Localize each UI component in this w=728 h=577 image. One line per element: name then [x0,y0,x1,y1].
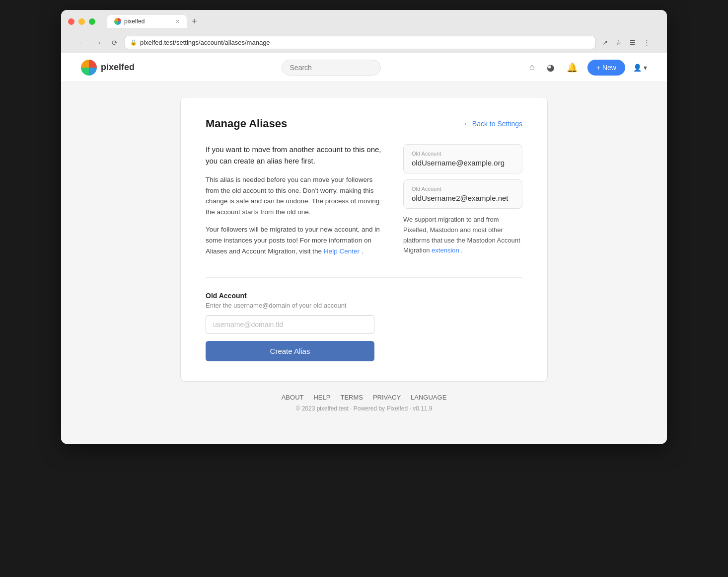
footer-privacy-link[interactable]: PRIVACY [373,394,401,401]
share-icon[interactable]: ↗ [599,37,611,48]
alias-label-1: Old Account [412,151,514,157]
form-hint: Enter the username@domain of your old ac… [206,302,522,309]
page-title: Manage Aliases [206,117,287,130]
right-column: Old Account oldUsername@example.org Old … [403,144,522,263]
form-section: Old Account Enter the username@domain of… [206,292,522,361]
footer-links: ABOUT HELP TERMS PRIVACY LANGUAGE [282,394,447,401]
active-tab[interactable]: pixelfed ✕ [107,15,187,28]
menu-icon[interactable]: ⋮ [641,37,653,48]
extension-link[interactable]: extension [432,247,459,254]
tab-bar: pixelfed ✕ + [107,15,200,28]
address-bar[interactable]: 🔒 pixelfed.test/settings/account/aliases… [125,36,595,49]
tab-title: pixelfed [124,18,145,25]
alias-value-1: oldUsername@example.org [412,159,514,167]
browser-controls: pixelfed ✕ + [68,15,660,28]
body-text-2: Your followers will be migrated to your … [206,224,383,256]
browser-titlebar: pixelfed ✕ + ← → ⟳ 🔒 pixelfed.test/setti… [61,10,667,53]
home-icon[interactable]: ⌂ [527,60,537,75]
app-nav: pixelfed ⌂ ◕ 🔔 + New 👤 ▾ [61,53,667,82]
body-text-2-end: . [362,247,364,255]
forward-button[interactable]: → [92,37,105,49]
minimize-traffic-light[interactable] [78,18,85,25]
card-body: If you want to move from another account… [206,144,522,263]
search-input[interactable] [282,60,381,76]
back-to-settings-link[interactable]: ← Back to Settings [463,120,522,128]
user-avatar-icon: 👤 [633,64,642,72]
toolbar-actions: ↗ ☆ ☰ ⋮ [599,37,653,48]
notifications-icon[interactable]: 🔔 [565,60,580,75]
logo-icon [81,60,97,76]
footer-terms-link[interactable]: TERMS [340,394,363,401]
footer-help-link[interactable]: HELP [313,394,330,401]
app-logo[interactable]: pixelfed [81,60,135,76]
explore-icon[interactable]: ◕ [545,60,557,75]
user-menu-button[interactable]: 👤 ▾ [633,64,647,72]
alias-value-2: oldUsername2@example.net [412,194,514,202]
extensions-icon[interactable]: ☰ [627,37,639,48]
body-text-1: This alias is needed before you can move… [206,174,383,217]
back-button[interactable]: ← [75,37,88,49]
close-traffic-light[interactable] [68,18,74,25]
divider [206,277,522,278]
main-card: Manage Aliases ← Back to Settings If you… [180,97,548,382]
reload-button[interactable]: ⟳ [109,37,121,49]
user-chevron-icon: ▾ [644,64,647,72]
page-content: Manage Aliases ← Back to Settings If you… [61,82,667,444]
migration-note-end: . [461,247,463,254]
bookmark-icon[interactable]: ☆ [613,37,625,48]
tab-favicon [114,18,121,25]
maximize-traffic-light[interactable] [89,18,95,25]
migration-note: We support migration to and from Pixelfe… [403,215,522,256]
alias-card-1: Old Account oldUsername@example.org [403,144,522,173]
left-column: If you want to move from another account… [206,144,383,263]
tab-close-button[interactable]: ✕ [175,18,180,25]
alias-card-2: Old Account oldUsername2@example.net [403,179,522,209]
browser-window: pixelfed ✕ + ← → ⟳ 🔒 pixelfed.test/setti… [61,10,667,444]
new-button[interactable]: + New [587,60,625,76]
lock-icon: 🔒 [130,39,137,46]
old-account-input[interactable] [206,315,374,334]
footer-copyright: © 2023 pixelfed.test · Powered by Pixelf… [282,405,447,412]
app-window: pixelfed ⌂ ◕ 🔔 + New 👤 ▾ Manage Aliases [61,53,667,444]
nav-right: ⌂ ◕ 🔔 + New 👤 ▾ [527,60,647,76]
card-header: Manage Aliases ← Back to Settings [206,117,522,130]
footer: ABOUT HELP TERMS PRIVACY LANGUAGE © 2023… [282,382,447,424]
form-label: Old Account [206,292,522,300]
help-center-link[interactable]: Help Center [324,247,360,255]
intro-text: If you want to move from another account… [206,144,383,166]
footer-about-link[interactable]: ABOUT [282,394,304,401]
create-alias-button[interactable]: Create Alias [206,341,374,361]
url-text: pixelfed.test/settings/account/aliases/m… [140,39,590,46]
alias-label-2: Old Account [412,186,514,192]
logo-text: pixelfed [101,62,135,73]
new-tab-button[interactable]: + [189,15,200,28]
footer-language-link[interactable]: LANGUAGE [411,394,446,401]
browser-toolbar: ← → ⟳ 🔒 pixelfed.test/settings/account/a… [68,32,660,53]
